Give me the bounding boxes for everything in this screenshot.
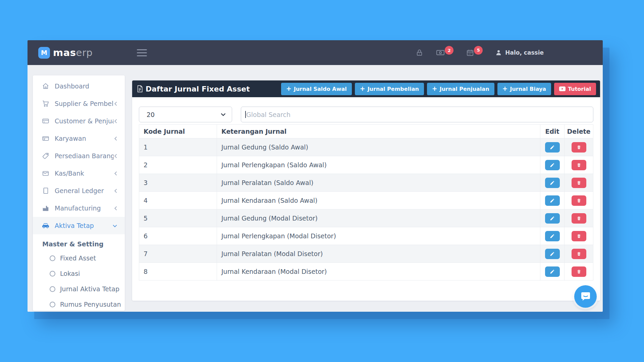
edit-button[interactable] (545, 160, 560, 170)
sidebar-subitem-label: Fixed Asset (60, 254, 96, 262)
pencil-icon (550, 180, 555, 185)
chevron-left-icon (114, 206, 117, 211)
delete-button[interactable] (572, 178, 586, 188)
table-row: 5 Jurnal Gedung (Modal Disetor) (139, 209, 593, 227)
sidebar-subitem-rumus-penyusutan[interactable]: Rumus Penyusutan (33, 297, 125, 311)
plus-icon: + (286, 85, 291, 92)
text-cursor (245, 111, 246, 118)
table-row: 6 Jurnal Perlengkapan (Modal Disetor) (139, 227, 593, 245)
edit-button[interactable] (545, 266, 560, 277)
jurnal-biaya-button[interactable]: +Jurnal Biaya (497, 83, 551, 95)
id-card-icon (42, 134, 50, 142)
document-icon (137, 85, 143, 93)
credit-card-icon (42, 117, 50, 125)
delete-button[interactable] (572, 195, 586, 206)
page-size-select[interactable]: 20 (139, 107, 232, 122)
app-logo[interactable]: M maserp (38, 47, 93, 59)
pencil-icon (550, 163, 555, 168)
column-header-keterangan[interactable]: Keterangan Jurnal (217, 125, 540, 138)
sidebar-subitem-lokasi[interactable]: Lokasi (33, 266, 125, 281)
delete-button[interactable] (572, 160, 586, 170)
tag-icon (42, 152, 50, 160)
cell-keterangan: Jurnal Perlengkapan (Modal Disetor) (217, 227, 540, 245)
cell-kode: 6 (139, 227, 217, 245)
jurnal-table: Kode Jurnal Keterangan Jurnal Edit Delet… (139, 124, 593, 281)
table-row: 8 Jurnal Kendaraan (Modal Disetor) (139, 263, 593, 281)
column-header-delete: Delete (565, 125, 593, 138)
cell-keterangan: Jurnal Gedung (Saldo Awal) (217, 138, 540, 156)
delete-button[interactable] (572, 249, 586, 259)
sidebar-item-label: Aktiva Tetap (55, 222, 112, 229)
delete-button[interactable] (572, 266, 586, 277)
table-row: 3 Jurnal Peralatan (Saldo Awal) (139, 174, 593, 192)
brand-bold: mas (53, 47, 76, 58)
chat-bubble-icon (580, 291, 591, 302)
chevron-left-icon (114, 171, 117, 176)
pencil-icon (550, 145, 555, 150)
delete-button[interactable] (572, 231, 586, 241)
table-row: 4 Jurnal Kendaraan (Saldo Awal) (139, 192, 593, 209)
app-window: M maserp 2 5 (28, 40, 603, 312)
chevron-left-icon (114, 119, 117, 124)
cell-keterangan: Jurnal Peralatan (Saldo Awal) (217, 174, 540, 192)
sidebar-item-label: Karyawan (55, 135, 114, 142)
delete-button[interactable] (572, 142, 586, 153)
cell-keterangan: Jurnal Kendaraan (Saldo Awal) (217, 192, 540, 209)
sidebar-subitem-fixed-asset[interactable]: Fixed Asset (33, 250, 125, 266)
sidebar-item-label: Manufacturing (55, 204, 114, 212)
cell-kode: 5 (139, 209, 217, 227)
home-icon (42, 82, 50, 90)
edit-button[interactable] (545, 195, 560, 206)
edit-button[interactable] (545, 213, 560, 224)
sidebar-item-supplier-pembelian[interactable]: Supplier & Pembelian (33, 95, 125, 112)
sidebar-item-customer-penjualan[interactable]: Customer & Penjualan (33, 112, 125, 130)
top-navbar: M maserp 2 5 (28, 40, 603, 65)
sidebar-item-kas-bank[interactable]: Kas/Bank (33, 165, 125, 182)
user-icon (495, 50, 502, 56)
main-panel: Daftar Jurnal Fixed Asset +Jurnal Saldo … (132, 80, 600, 301)
calendar-notifications-icon[interactable]: 5 (466, 49, 474, 57)
sidebar-item-label: Persediaan Barang (55, 152, 114, 160)
logo-mark-icon: M (38, 47, 50, 59)
edit-button[interactable] (545, 231, 560, 241)
table-row: 1 Jurnal Gedung (Saldo Awal) (139, 138, 593, 156)
money-notifications-icon[interactable]: 2 (436, 49, 445, 56)
lock-icon[interactable] (416, 49, 423, 57)
table-header-row: Kode Jurnal Keterangan Jurnal Edit Delet… (139, 125, 593, 138)
tutorial-button[interactable]: Tutorial (554, 83, 596, 95)
user-menu[interactable]: Halo, cassie (495, 49, 544, 56)
hamburger-menu-icon[interactable] (137, 49, 147, 56)
edit-button[interactable] (545, 249, 560, 259)
jurnal-penjualan-button[interactable]: +Jurnal Penjualan (427, 83, 494, 95)
sidebar-item-label: Kas/Bank (55, 170, 114, 177)
sidebar-item-aktiva-tetap[interactable]: Aktiva Tetap (33, 217, 125, 234)
sidebar-subitem-label: Jurnal Aktiva Tetap (60, 285, 119, 293)
cell-keterangan: Jurnal Gedung (Modal Disetor) (217, 209, 540, 227)
sidebar-item-karyawan[interactable]: Karyawan (33, 130, 125, 147)
edit-button[interactable] (545, 178, 560, 188)
trash-icon (577, 145, 581, 150)
sidebar-item-persediaan-barang[interactable]: Persediaan Barang (33, 147, 125, 165)
jurnal-saldo-awal-button[interactable]: +Jurnal Saldo Awal (281, 83, 352, 95)
table-row: 2 Jurnal Perlengkapan (Saldo Awal) (139, 156, 593, 174)
sidebar-item-dashboard[interactable]: Dashboard (33, 77, 125, 95)
sidebar-subitem-jurnal-aktiva-tetap[interactable]: Jurnal Aktiva Tetap (33, 281, 125, 297)
cart-icon (42, 100, 50, 108)
edit-button[interactable] (545, 142, 560, 153)
ledger-book-icon (42, 187, 50, 195)
page-title: Daftar Jurnal Fixed Asset (137, 85, 250, 93)
cell-kode: 7 (139, 245, 217, 263)
pencil-icon (550, 198, 555, 203)
column-header-kode[interactable]: Kode Jurnal (139, 125, 217, 138)
sidebar-section-header: Master & Setting (33, 238, 125, 250)
global-search-input[interactable] (241, 107, 593, 122)
sidebar-item-general-ledger[interactable]: General Ledger (33, 182, 125, 199)
jurnal-pembelian-button[interactable]: +Jurnal Pembelian (355, 83, 424, 95)
chat-widget-button[interactable] (574, 285, 597, 308)
brand-name: maserp (53, 47, 93, 58)
trash-icon (577, 163, 581, 168)
sidebar-item-manufacturing[interactable]: Manufacturing (33, 199, 125, 217)
delete-button[interactable] (572, 213, 586, 224)
pencil-icon (550, 216, 555, 221)
user-greeting: Halo, cassie (505, 49, 544, 56)
